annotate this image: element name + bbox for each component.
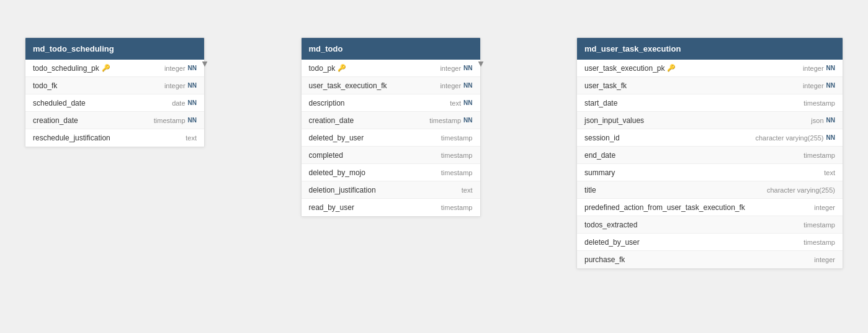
col-type: integer: [814, 256, 835, 263]
table-row: todo_scheduling_pk 🔑 integer NN: [25, 60, 204, 77]
table-header-md-todo: md_todo: [302, 38, 480, 60]
table-row: creation_date timestamp NN: [25, 112, 204, 129]
col-name: todo_scheduling_pk 🔑: [33, 64, 110, 73]
col-type: integer NN: [440, 82, 472, 89]
col-name: title: [584, 186, 596, 194]
col-name: user_task_fk: [584, 81, 627, 90]
diagram: md_todo_scheduling todo_scheduling_pk 🔑 …: [19, 25, 849, 281]
col-name: deleted_by_user: [309, 134, 364, 142]
table-row: summary text: [577, 164, 843, 181]
pk-icon: 🔑: [338, 64, 346, 72]
table-row: user_task_fk integer NN: [577, 77, 843, 94]
table-row: reschedule_justification text: [25, 129, 204, 147]
col-type: integer NN: [440, 65, 472, 72]
table-row: start_date timestamp: [577, 94, 843, 112]
table-header-md-todo-scheduling: md_todo_scheduling: [25, 38, 204, 60]
table-row: completed timestamp: [302, 147, 480, 164]
table-header-md-user-task-execution: md_user_task_execution: [577, 38, 843, 60]
col-name: todo_fk: [33, 81, 57, 90]
col-name: end_date: [584, 151, 615, 160]
col-name: description: [309, 99, 345, 107]
col-type: timestamp: [441, 169, 473, 176]
col-type: integer NN: [164, 65, 197, 72]
table-row: user_task_execution_pk 🔑 integer NN: [577, 60, 843, 77]
table-row: scheduled_date date NN: [25, 94, 204, 112]
col-name: creation_date: [33, 116, 78, 125]
col-type: timestamp: [803, 152, 835, 159]
col-type: timestamp: [441, 204, 473, 211]
col-type: date NN: [172, 99, 197, 107]
col-type: timestamp NN: [154, 117, 197, 124]
col-name: deletion_justification: [309, 186, 376, 194]
table-row: todo_fk integer NN: [25, 77, 204, 94]
col-name: user_task_execution_pk 🔑: [584, 64, 676, 73]
col-name: deleted_by_mojo: [309, 168, 365, 177]
table-row: purchase_fk integer: [577, 251, 843, 268]
table-md-user-task-execution: md_user_task_execution user_task_executi…: [576, 37, 843, 269]
col-type: json NN: [811, 117, 835, 124]
col-name: scheduled_date: [33, 99, 86, 107]
table-row: session_id character varying(255) NN: [577, 129, 843, 147]
col-name: completed: [309, 151, 343, 160]
col-name: reschedule_justification: [33, 134, 110, 142]
table-row: predefined_action_from_user_task_executi…: [577, 199, 843, 216]
col-name: deleted_by_user: [584, 238, 640, 247]
col-name: purchase_fk: [584, 255, 625, 264]
col-name: start_date: [584, 99, 617, 107]
col-type: character varying(255) NN: [755, 134, 835, 142]
table-row: deleted_by_user timestamp: [577, 234, 843, 251]
col-type: timestamp: [803, 221, 835, 229]
col-name: todo_pk 🔑: [309, 64, 347, 73]
col-type: timestamp NN: [429, 117, 472, 124]
connector-svg-1: [205, 37, 301, 269]
col-type: timestamp: [803, 99, 835, 107]
connector-2: [481, 37, 577, 269]
table-row: deleted_by_mojo timestamp: [302, 164, 480, 181]
pk-icon: 🔑: [102, 64, 110, 72]
col-name: predefined_action_from_user_task_executi…: [584, 203, 745, 212]
table-row: user_task_execution_fk integer NN: [302, 77, 480, 94]
col-type: character varying(255): [767, 186, 835, 194]
col-name: creation_date: [309, 116, 354, 125]
col-name: session_id: [584, 134, 620, 142]
table-row: json_input_values json NN: [577, 112, 843, 129]
col-type: text NN: [450, 99, 472, 107]
col-type: timestamp: [441, 152, 473, 159]
table-row: todos_extracted timestamp: [577, 216, 843, 234]
pk-icon: 🔑: [667, 64, 676, 72]
table-md-todo-scheduling: md_todo_scheduling todo_scheduling_pk 🔑 …: [25, 37, 205, 147]
connector-1: [205, 37, 301, 269]
table-row: read_by_user timestamp: [302, 199, 480, 216]
col-name: todos_extracted: [584, 221, 637, 229]
col-type: text: [824, 169, 835, 176]
col-type: integer NN: [803, 82, 835, 89]
col-type: timestamp: [803, 239, 835, 246]
col-type: integer NN: [164, 82, 197, 89]
col-type: text: [462, 186, 473, 194]
col-name: json_input_values: [584, 116, 644, 125]
table-row: todo_pk 🔑 integer NN: [302, 60, 480, 77]
col-type: text: [186, 134, 197, 142]
table-row: deleted_by_user timestamp: [302, 129, 480, 147]
col-name: user_task_execution_fk: [309, 81, 387, 90]
connector-svg-2: [481, 37, 577, 269]
col-type: integer NN: [803, 65, 835, 72]
col-name: summary: [584, 168, 615, 177]
col-name: read_by_user: [309, 203, 354, 212]
col-type: integer: [814, 204, 835, 211]
col-type: timestamp: [441, 134, 473, 142]
table-row: description text NN: [302, 94, 480, 112]
table-md-todo: md_todo todo_pk 🔑 integer NN user_task_e…: [301, 37, 481, 217]
table-row: creation_date timestamp NN: [302, 112, 480, 129]
table-row: deletion_justification text: [302, 181, 480, 199]
table-row: title character varying(255): [577, 181, 843, 199]
table-row: end_date timestamp: [577, 147, 843, 164]
